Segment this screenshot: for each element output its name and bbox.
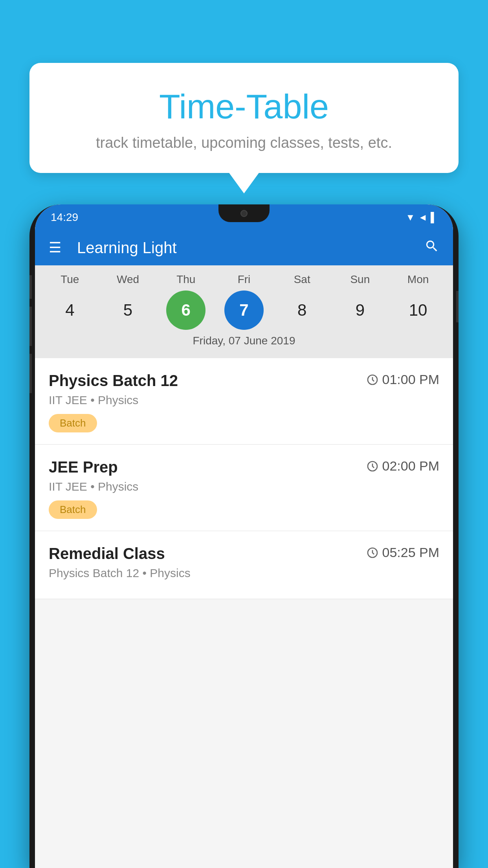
day-number[interactable]: 7 bbox=[224, 291, 264, 330]
schedule-item-subtitle: IIT JEE • Physics bbox=[49, 394, 439, 407]
schedule-item-header: Remedial Class 05:25 PM bbox=[49, 545, 439, 563]
status-icons: ▼ ◄ ▌ bbox=[405, 212, 437, 223]
schedule-item-time: 02:00 PM bbox=[366, 458, 439, 474]
volume-up-button bbox=[29, 275, 32, 299]
schedule-item-title: Physics Batch 12 bbox=[49, 372, 178, 390]
wifi-icon: ▼ bbox=[405, 212, 415, 223]
power-button bbox=[456, 291, 459, 322]
day-number[interactable]: 9 bbox=[340, 291, 380, 330]
bubble-subtitle: track timetable, upcoming classes, tests… bbox=[49, 134, 439, 151]
day-header: Thu bbox=[166, 273, 205, 286]
notch bbox=[218, 204, 270, 222]
day-header: Fri bbox=[224, 273, 264, 286]
silent-button bbox=[29, 354, 32, 393]
front-camera bbox=[240, 210, 248, 217]
day-header: Mon bbox=[398, 273, 438, 286]
day-header: Sun bbox=[340, 273, 380, 286]
day-header: Tue bbox=[50, 273, 90, 286]
volume-down-button bbox=[29, 307, 32, 346]
bubble-title: Time-Table bbox=[49, 86, 439, 127]
day-number[interactable]: 10 bbox=[398, 291, 438, 330]
schedule-item-time: 01:00 PM bbox=[366, 372, 439, 387]
status-time: 14:29 bbox=[51, 211, 78, 224]
search-icon[interactable] bbox=[424, 239, 439, 257]
day-number[interactable]: 6 bbox=[166, 291, 205, 330]
day-number[interactable]: 8 bbox=[283, 291, 322, 330]
day-numbers: 45678910 bbox=[35, 291, 453, 330]
schedule-item-header: Physics Batch 12 01:00 PM bbox=[49, 372, 439, 390]
phone-mockup: 14:29 ▼ ◄ ▌ ☰ Learning Light TueWedThuFr… bbox=[29, 204, 459, 868]
day-headers: TueWedThuFriSatSunMon bbox=[35, 273, 453, 286]
speech-bubble: Time-Table track timetable, upcoming cla… bbox=[29, 63, 459, 173]
schedule-item-subtitle: Physics Batch 12 • Physics bbox=[49, 566, 439, 580]
phone-screen: 14:29 ▼ ◄ ▌ ☰ Learning Light TueWedThuFr… bbox=[35, 204, 453, 868]
day-header: Wed bbox=[108, 273, 148, 286]
schedule-item-title: Remedial Class bbox=[49, 545, 165, 563]
schedule-item-subtitle: IIT JEE • Physics bbox=[49, 480, 439, 493]
day-number[interactable]: 4 bbox=[50, 291, 90, 330]
hamburger-icon[interactable]: ☰ bbox=[49, 241, 61, 255]
schedule-item-title: JEE Prep bbox=[49, 458, 118, 476]
schedule-item-time: 05:25 PM bbox=[366, 545, 439, 560]
app-bar-title: Learning Light bbox=[77, 239, 413, 257]
app-bar: ☰ Learning Light bbox=[35, 230, 453, 265]
calendar-strip: TueWedThuFriSatSunMon 45678910 Friday, 0… bbox=[35, 265, 453, 358]
batch-badge: Batch bbox=[49, 500, 97, 519]
schedule-item[interactable]: Physics Batch 12 01:00 PM IIT JEE • Phys… bbox=[35, 358, 453, 445]
day-header: Sat bbox=[283, 273, 322, 286]
day-number[interactable]: 5 bbox=[108, 291, 148, 330]
battery-icon: ▌ bbox=[431, 212, 437, 223]
schedule-item[interactable]: Remedial Class 05:25 PM Physics Batch 12… bbox=[35, 531, 453, 599]
signal-icon: ◄ bbox=[418, 212, 427, 223]
batch-badge: Batch bbox=[49, 414, 97, 432]
schedule-item[interactable]: JEE Prep 02:00 PM IIT JEE • Physics Batc… bbox=[35, 445, 453, 531]
schedule-list: Physics Batch 12 01:00 PM IIT JEE • Phys… bbox=[35, 358, 453, 599]
selected-date-label: Friday, 07 June 2019 bbox=[35, 330, 453, 354]
schedule-item-header: JEE Prep 02:00 PM bbox=[49, 458, 439, 476]
